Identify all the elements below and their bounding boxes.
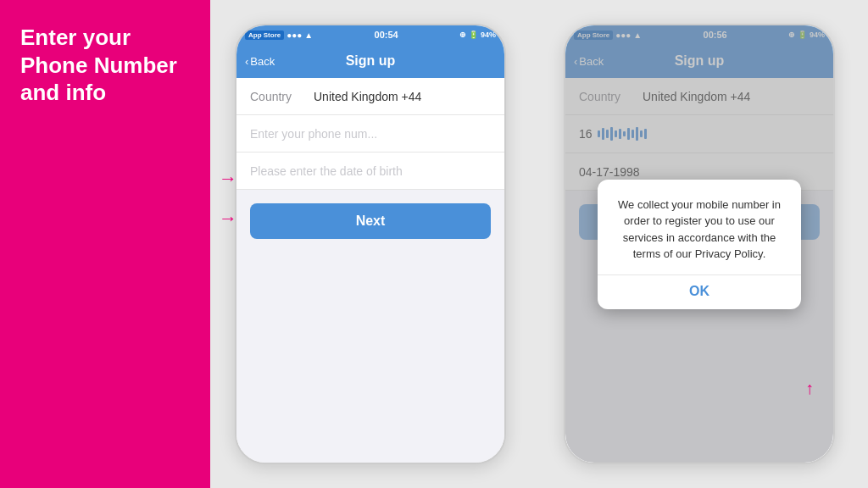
dob-placeholder: Please enter the date of birth — [250, 164, 403, 178]
wifi-icon: ▲ — [304, 30, 313, 40]
phone-placeholder: Enter your phone num... — [250, 127, 377, 141]
country-row[interactable]: Country United Kingdom +44 — [236, 78, 504, 115]
center-time: 00:54 — [375, 30, 398, 40]
center-nav-bar: ‹ Back Sign up — [236, 44, 504, 78]
instruction-panel: Enter your Phone Number and info — [0, 0, 210, 488]
privacy-dialog: We collect your mobile number in order t… — [598, 180, 801, 309]
phone-arrow-indicator: → — [219, 168, 237, 190]
country-label: Country — [250, 90, 314, 103]
next-button[interactable]: Next — [250, 203, 491, 239]
back-chevron-icon: ‹ — [245, 55, 248, 68]
dialog-overlay: We collect your mobile number in order t… — [565, 25, 833, 463]
instruction-title: Enter your Phone Number and info — [20, 24, 190, 107]
dialog-ok-button[interactable]: OK — [611, 284, 787, 299]
signal-icon: ●●● — [287, 30, 302, 40]
app-store-badge: App Store — [245, 30, 284, 40]
battery-percent: 94% — [481, 30, 496, 39]
center-status-left: App Store ●●● ▲ — [245, 30, 313, 40]
center-nav-title: Sign up — [346, 53, 396, 69]
dob-row[interactable]: Please enter the date of birth — [236, 152, 504, 190]
center-status-right: ⊕ 🔋 94% — [459, 30, 496, 39]
country-value: United Kingdom +44 — [314, 90, 421, 103]
right-section: ↑ App Store ●●● ▲ 00:56 ⊕ 🔋 94% ‹ — [531, 0, 868, 488]
center-phone-content: Country United Kingdom +44 Enter your ph… — [236, 78, 504, 463]
right-phone-mockup: App Store ●●● ▲ 00:56 ⊕ 🔋 94% ‹ Back Sig… — [564, 24, 835, 464]
battery-icon: 🔋 — [469, 30, 478, 39]
gps-icon: ⊕ — [459, 30, 466, 39]
center-section: → → App Store ●●● ▲ 00:54 ⊕ 🔋 94% — [210, 0, 531, 488]
phone-row[interactable]: Enter your phone num... — [236, 115, 504, 152]
center-form-section: Country United Kingdom +44 Enter your ph… — [236, 78, 504, 190]
center-status-bar: App Store ●●● ▲ 00:54 ⊕ 🔋 94% — [236, 25, 504, 44]
ok-arrow-indicator: ↑ — [805, 379, 814, 398]
dob-arrow-indicator: → — [219, 208, 237, 230]
dialog-divider — [598, 274, 801, 275]
center-phone-mockup: App Store ●●● ▲ 00:54 ⊕ 🔋 94% ‹ Back Sig… — [235, 24, 506, 464]
center-back-button[interactable]: ‹ Back — [245, 55, 275, 68]
dialog-message: We collect your mobile number in order t… — [611, 197, 787, 263]
